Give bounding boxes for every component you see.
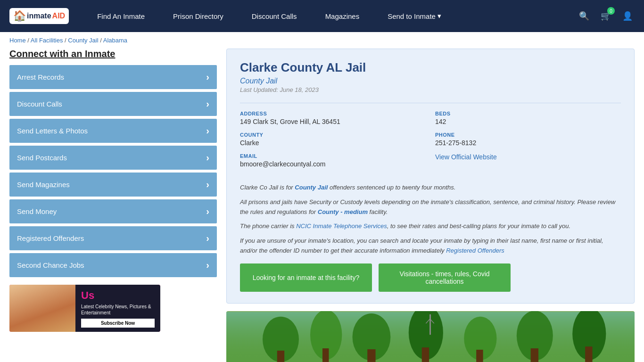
sidebar-send-money[interactable]: Send Money › xyxy=(9,199,217,223)
ad-brand: Us xyxy=(81,289,155,302)
arrow-icon: › xyxy=(206,179,209,190)
sidebar-registered-offenders[interactable]: Registered Offenders › xyxy=(9,226,217,250)
svg-rect-15 xyxy=(585,346,592,362)
svg-rect-11 xyxy=(476,350,483,362)
search-button[interactable]: 🔍 xyxy=(577,9,591,23)
logo-icon: 🏠 xyxy=(13,10,26,22)
facility-desc-1: Clarke Co Jail is for County Jail offend… xyxy=(240,183,621,193)
county-medium-link[interactable]: County - medium xyxy=(318,208,368,215)
detail-address: ADDRESS 149 Clark St, Grove Hill, AL 364… xyxy=(240,111,426,125)
sidebar-second-chance-jobs[interactable]: Second Chance Jobs › xyxy=(9,253,217,277)
breadcrumb-county-jail[interactable]: County Jail xyxy=(68,37,98,44)
ad-content: Us Latest Celebrity News, Pictures & Ent… xyxy=(75,285,160,332)
action-buttons: Looking for an inmate at this facility? … xyxy=(240,263,621,292)
facility-last-updated: Last Updated: June 18, 2023 xyxy=(240,86,621,93)
arrow-icon: › xyxy=(206,99,209,109)
sidebar-discount-calls[interactable]: Discount Calls › xyxy=(9,92,217,116)
sidebar-send-letters-photos[interactable]: Send Letters & Photos › xyxy=(9,119,217,143)
ncic-link[interactable]: NCIC Inmate Telephone Services xyxy=(296,222,387,230)
arrow-icon: › xyxy=(206,125,209,136)
cart-button[interactable]: 🛒 0 xyxy=(599,9,613,23)
main-container: Connect with an Inmate Arrest Records › … xyxy=(0,49,644,362)
official-website-link[interactable]: View Official Website xyxy=(435,153,497,161)
detail-county: COUNTY Clarke xyxy=(240,132,426,147)
facility-card: Clarke County AL Jail County Jail Last U… xyxy=(226,49,635,304)
svg-rect-7 xyxy=(367,349,375,362)
arrow-icon: › xyxy=(206,233,209,244)
arrow-icon: › xyxy=(206,72,209,82)
logo-text: inmate xyxy=(27,12,51,20)
ad-subscribe-button[interactable]: Subscribe Now xyxy=(81,319,155,328)
logo-aid-text: AID xyxy=(52,12,66,20)
navbar: 🏠 inmate AID Find An Inmate Prison Direc… xyxy=(0,0,644,32)
arrow-icon: › xyxy=(206,260,209,271)
arrow-icon: › xyxy=(206,206,209,217)
arrow-icon: › xyxy=(206,152,209,163)
facility-desc-3: The phone carrier is NCIC Inmate Telepho… xyxy=(240,222,621,231)
logo[interactable]: 🏠 inmate AID xyxy=(9,8,69,24)
nav-links: Find An Inmate Prison Directory Discount… xyxy=(83,0,577,32)
sidebar: Connect with an Inmate Arrest Records › … xyxy=(9,49,217,362)
sidebar-send-postcards[interactable]: Send Postcards › xyxy=(9,146,217,170)
facility-image-svg xyxy=(226,311,635,362)
dropdown-arrow-icon: ▾ xyxy=(438,12,441,20)
email-value: bmoore@clarkecountyal.com xyxy=(240,160,426,168)
nav-prison-directory[interactable]: Prison Directory xyxy=(159,0,238,32)
detail-beds: BEDS 142 xyxy=(435,111,621,125)
county-value: Clarke xyxy=(240,139,426,147)
svg-rect-5 xyxy=(322,348,329,362)
svg-rect-9 xyxy=(422,347,429,362)
sidebar-send-magazines[interactable]: Send Magazines › xyxy=(9,173,217,197)
phone-value: 251-275-8132 xyxy=(435,139,621,147)
sidebar-title: Connect with an Inmate xyxy=(9,49,217,59)
detail-website: View Official Website xyxy=(435,153,621,168)
registered-offenders-link[interactable]: Registered Offenders xyxy=(446,247,504,254)
nav-send-to-inmate[interactable]: Send to Inmate ▾ xyxy=(373,0,455,32)
ad-image xyxy=(9,285,75,332)
facility-name: Clarke County AL Jail xyxy=(240,60,621,75)
svg-rect-16 xyxy=(429,314,431,335)
ad-text: Latest Celebrity News, Pictures & Entert… xyxy=(81,304,155,316)
breadcrumb: Home / All Facilities / County Jail / Al… xyxy=(0,32,644,49)
svg-rect-3 xyxy=(277,351,284,362)
find-inmate-btn[interactable]: Looking for an inmate at this facility? xyxy=(240,263,372,292)
nav-find-inmate[interactable]: Find An Inmate xyxy=(83,0,159,32)
nav-magazines[interactable]: Magazines xyxy=(311,0,374,32)
user-icon: 👤 xyxy=(622,11,633,21)
breadcrumb-home[interactable]: Home xyxy=(9,37,26,44)
detail-email: EMAIL bmoore@clarkecountyal.com xyxy=(240,153,426,168)
search-icon: 🔍 xyxy=(579,11,589,21)
advertisement: Us Latest Celebrity News, Pictures & Ent… xyxy=(9,285,160,332)
detail-phone: PHONE 251-275-8132 xyxy=(435,132,621,147)
content-area: Clarke County AL Jail County Jail Last U… xyxy=(226,49,635,362)
facility-image xyxy=(226,311,635,362)
breadcrumb-all-facilities[interactable]: All Facilities xyxy=(31,37,63,44)
facility-type: County Jail xyxy=(240,77,621,85)
facility-details: ADDRESS 149 Clark St, Grove Hill, AL 364… xyxy=(240,103,621,175)
county-jail-link-1[interactable]: County Jail xyxy=(295,184,328,191)
facility-desc-2: All prisons and jails have Security or C… xyxy=(240,197,621,217)
visitations-btn[interactable]: Visitations - times, rules, Covid cancel… xyxy=(379,263,511,292)
user-button[interactable]: 👤 xyxy=(620,9,635,23)
facility-desc-4: If you are unsure of your inmate's locat… xyxy=(240,236,621,256)
beds-value: 142 xyxy=(435,118,621,125)
address-value: 149 Clark St, Grove Hill, AL 36451 xyxy=(240,118,426,125)
cart-badge: 0 xyxy=(607,7,615,15)
nav-discount-calls[interactable]: Discount Calls xyxy=(238,0,311,32)
svg-rect-13 xyxy=(531,348,538,362)
sidebar-arrest-records[interactable]: Arrest Records › xyxy=(9,65,217,89)
nav-icons: 🔍 🛒 0 👤 xyxy=(577,9,635,23)
breadcrumb-alabama[interactable]: Alabama xyxy=(103,37,127,44)
